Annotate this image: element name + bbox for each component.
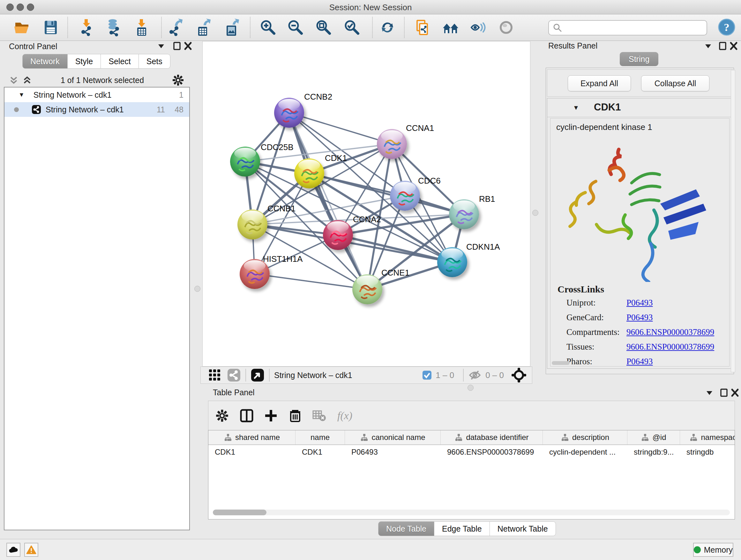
crosslink-link[interactable]: P06493 bbox=[626, 298, 653, 308]
crosslink-link[interactable]: P06493 bbox=[626, 357, 653, 367]
network-options-gear-icon[interactable] bbox=[172, 74, 184, 86]
memory-button[interactable]: Memory bbox=[693, 543, 733, 557]
eye-icon[interactable] bbox=[497, 18, 515, 37]
table-cell[interactable]: 9606.ENSP00000378699 bbox=[441, 445, 543, 459]
column-header-shared-name[interactable]: shared name bbox=[208, 430, 295, 444]
table-cell[interactable]: cyclin-dependent ... bbox=[543, 445, 627, 459]
table-panel-float-icon[interactable] bbox=[704, 388, 715, 397]
selected-checkbox-icon[interactable] bbox=[422, 370, 432, 380]
node-CCNB2[interactable] bbox=[274, 98, 304, 128]
birds-eye-view-icon[interactable] bbox=[511, 367, 527, 383]
edge-CCNE1-HIST1H1A[interactable] bbox=[255, 274, 367, 289]
control-panel-float-icon[interactable] bbox=[156, 41, 166, 51]
node-CDK1[interactable] bbox=[294, 159, 324, 188]
help-icon[interactable]: ? bbox=[718, 18, 735, 36]
expand-all-icon[interactable] bbox=[22, 75, 32, 85]
network-row-selected[interactable]: String Network – cdk1 11 48 bbox=[4, 102, 189, 117]
table-cell[interactable]: stringdb:9... bbox=[627, 445, 680, 459]
tab-style[interactable]: Style bbox=[68, 54, 101, 69]
table-panel-close-icon[interactable] bbox=[730, 388, 740, 397]
node-CDKN1A[interactable] bbox=[437, 247, 467, 277]
home-icon[interactable] bbox=[442, 18, 460, 37]
tab-node-table[interactable]: Node Table bbox=[378, 521, 434, 536]
cloud-button[interactable] bbox=[6, 543, 20, 557]
show-hide-graphics-details-icon[interactable] bbox=[469, 18, 487, 37]
refresh-icon[interactable] bbox=[379, 18, 396, 37]
show-columns-icon[interactable] bbox=[240, 409, 254, 423]
function-builder-icon[interactable]: f(x) bbox=[337, 410, 352, 422]
results-panel-maximize-icon[interactable] bbox=[717, 41, 728, 51]
node-CCNA2[interactable] bbox=[323, 220, 353, 250]
results-panel-float-icon[interactable] bbox=[703, 41, 714, 51]
left-splitter-handle[interactable] bbox=[194, 286, 200, 292]
control-panel-maximize-icon[interactable] bbox=[172, 41, 182, 51]
results-scrollbar-track[interactable] bbox=[731, 70, 735, 372]
collapse-all-button[interactable]: Collapse All bbox=[641, 75, 710, 91]
zoom-out-icon[interactable] bbox=[286, 18, 305, 37]
crosslink-link[interactable]: 9606.ENSP00000378699 bbox=[626, 342, 714, 352]
node-CCNE1[interactable] bbox=[352, 274, 382, 304]
network-canvas[interactable]: CCNB2CCNA1CDC25BCDK1CDC6RB1CCNB1CCNA2CDK… bbox=[202, 41, 530, 367]
edge-CCNB2-CCNA1[interactable] bbox=[289, 113, 392, 144]
table-cell[interactable]: stringdb bbox=[680, 445, 735, 459]
import-table-icon[interactable] bbox=[133, 18, 151, 37]
node-CDC25B[interactable] bbox=[230, 146, 260, 177]
column-header-@id[interactable]: @id bbox=[627, 430, 680, 444]
open-in-window-icon[interactable] bbox=[251, 368, 265, 382]
clone-network-icon[interactable] bbox=[413, 18, 431, 37]
crosslink-link[interactable]: 9606.ENSP00000378699 bbox=[626, 327, 714, 337]
table-hscrollbar[interactable] bbox=[213, 509, 730, 515]
table-settings-gear-icon[interactable] bbox=[215, 409, 229, 422]
gene-collapse-icon[interactable]: ▼ bbox=[573, 104, 579, 111]
delete-table-icon[interactable] bbox=[312, 408, 327, 423]
delete-column-icon[interactable] bbox=[288, 409, 302, 423]
hidden-eye-slash-icon[interactable] bbox=[468, 368, 482, 382]
collapse-all-icon[interactable] bbox=[8, 75, 19, 85]
node-CCNB1[interactable] bbox=[238, 209, 267, 240]
column-header-namespace[interactable]: namespace bbox=[680, 430, 735, 444]
add-column-icon[interactable] bbox=[264, 409, 278, 423]
zoom-fit-icon[interactable] bbox=[315, 18, 333, 37]
tab-select[interactable]: Select bbox=[101, 54, 138, 69]
crosslink-link[interactable]: P06493 bbox=[626, 313, 653, 322]
table-cell[interactable]: CDK1 bbox=[208, 445, 295, 459]
export-network-icon[interactable] bbox=[167, 18, 185, 37]
column-header-canonical-name[interactable]: canonical name bbox=[345, 430, 441, 444]
column-header-database-identifier[interactable]: database identifier bbox=[441, 430, 543, 444]
table-cell[interactable]: P06493 bbox=[345, 445, 441, 459]
node-RB1[interactable] bbox=[449, 199, 479, 229]
import-database-icon[interactable] bbox=[105, 18, 122, 37]
grid-view-icon[interactable] bbox=[208, 368, 222, 382]
export-image-icon[interactable] bbox=[223, 18, 241, 37]
network-share-view-icon[interactable] bbox=[227, 368, 241, 382]
save-session-icon[interactable] bbox=[42, 18, 60, 37]
zoom-selected-icon[interactable] bbox=[343, 18, 361, 37]
column-header-description[interactable]: description bbox=[543, 430, 627, 444]
results-panel-close-icon[interactable] bbox=[728, 41, 739, 51]
table-cell[interactable]: CDK1 bbox=[295, 445, 345, 459]
warning-button[interactable] bbox=[24, 543, 38, 557]
table-row[interactable]: CDK1CDK1P064939606.ENSP00000378699cyclin… bbox=[208, 445, 735, 459]
tab-string[interactable]: String bbox=[620, 52, 658, 66]
expand-all-button[interactable]: Expand All bbox=[568, 75, 631, 91]
search-input[interactable] bbox=[565, 22, 706, 34]
tree-expand-icon[interactable]: ▼ bbox=[18, 91, 24, 98]
tab-sets[interactable]: Sets bbox=[139, 54, 171, 69]
network-collection-row[interactable]: ▼ String Network – cdk1 1 bbox=[4, 87, 189, 102]
tab-network[interactable]: Network bbox=[22, 54, 68, 69]
table-panel-maximize-icon[interactable] bbox=[718, 388, 729, 397]
export-table-icon[interactable] bbox=[194, 18, 212, 37]
right-splitter-handle[interactable] bbox=[532, 210, 538, 216]
open-session-icon[interactable] bbox=[13, 18, 31, 37]
node-CDC6[interactable] bbox=[390, 181, 420, 211]
tab-network-table[interactable]: Network Table bbox=[490, 521, 556, 536]
node-CCNA1[interactable] bbox=[377, 129, 407, 159]
table-hscrollbar-thumb[interactable] bbox=[213, 509, 266, 515]
control-panel-close-icon[interactable] bbox=[183, 41, 193, 51]
import-network-icon[interactable] bbox=[77, 18, 95, 37]
results-hscroll-thumb[interactable] bbox=[552, 361, 569, 365]
zoom-in-icon[interactable] bbox=[259, 18, 277, 37]
gene-section-header[interactable]: ▼ CDK1 bbox=[547, 98, 732, 117]
tab-edge-table[interactable]: Edge Table bbox=[434, 521, 490, 536]
column-header-name[interactable]: name bbox=[295, 430, 345, 444]
